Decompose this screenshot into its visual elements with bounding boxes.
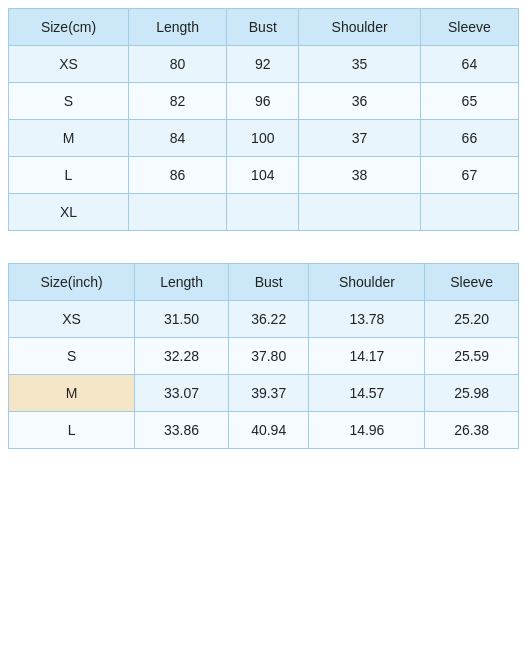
table-cell: 67: [420, 157, 518, 194]
table-cell: L: [9, 157, 129, 194]
cm-col-bust: Bust: [227, 9, 299, 46]
cm-col-shoulder: Shoulder: [299, 9, 420, 46]
table-row: XL: [9, 194, 519, 231]
cm-header-row: Size(cm) Length Bust Shoulder Sleeve: [9, 9, 519, 46]
table-cell: 37: [299, 120, 420, 157]
inch-col-size: Size(inch): [9, 264, 135, 301]
table-cell: [299, 194, 420, 231]
table-cell: 25.59: [425, 338, 519, 375]
table-cell: 13.78: [309, 301, 425, 338]
table-cell: 37.80: [228, 338, 309, 375]
table-cell: XS: [9, 301, 135, 338]
table-cell: 39.37: [228, 375, 309, 412]
table-cell: 25.98: [425, 375, 519, 412]
table-row: L33.8640.9414.9626.38: [9, 412, 519, 449]
inch-col-sleeve: Sleeve: [425, 264, 519, 301]
table-row: M33.0739.3714.5725.98: [9, 375, 519, 412]
table-cell: 14.57: [309, 375, 425, 412]
table-cell: XL: [9, 194, 129, 231]
inch-col-length: Length: [135, 264, 229, 301]
table-row: XS80923564: [9, 46, 519, 83]
inch-header-row: Size(inch) Length Bust Shoulder Sleeve: [9, 264, 519, 301]
table-cell: L: [9, 412, 135, 449]
table-cell: 92: [227, 46, 299, 83]
inch-col-bust: Bust: [228, 264, 309, 301]
cm-col-size: Size(cm): [9, 9, 129, 46]
table-row: M841003766: [9, 120, 519, 157]
table-cell: 100: [227, 120, 299, 157]
table-cell: M: [9, 120, 129, 157]
table-cell: XS: [9, 46, 129, 83]
table-cell: 65: [420, 83, 518, 120]
cm-col-length: Length: [129, 9, 227, 46]
table-spacer: [8, 247, 519, 263]
cm-table-wrapper: Size(cm) Length Bust Shoulder Sleeve XS8…: [8, 8, 519, 231]
table-cell: 32.28: [135, 338, 229, 375]
table-cell: 96: [227, 83, 299, 120]
table-row: L861043867: [9, 157, 519, 194]
table-cell: 80: [129, 46, 227, 83]
table-cell: 104: [227, 157, 299, 194]
table-row: S32.2837.8014.1725.59: [9, 338, 519, 375]
table-cell: [420, 194, 518, 231]
cm-col-sleeve: Sleeve: [420, 9, 518, 46]
table-cell: 36: [299, 83, 420, 120]
table-cell: 33.86: [135, 412, 229, 449]
table-cell: [129, 194, 227, 231]
table-cell: 25.20: [425, 301, 519, 338]
table-cell: 14.96: [309, 412, 425, 449]
table-cell: 84: [129, 120, 227, 157]
table-cell: S: [9, 338, 135, 375]
table-cell: 66: [420, 120, 518, 157]
table-cell: 36.22: [228, 301, 309, 338]
table-cell: 35: [299, 46, 420, 83]
table-cell: 64: [420, 46, 518, 83]
table-cell: 40.94: [228, 412, 309, 449]
table-cell: 38: [299, 157, 420, 194]
table-cell: 26.38: [425, 412, 519, 449]
table-row: S82963665: [9, 83, 519, 120]
inch-table-wrapper: Size(inch) Length Bust Shoulder Sleeve X…: [8, 263, 519, 449]
table-cell: 86: [129, 157, 227, 194]
table-cell: M: [9, 375, 135, 412]
inch-size-table: Size(inch) Length Bust Shoulder Sleeve X…: [8, 263, 519, 449]
table-row: XS31.5036.2213.7825.20: [9, 301, 519, 338]
table-cell: 82: [129, 83, 227, 120]
table-cell: 31.50: [135, 301, 229, 338]
table-cell: [227, 194, 299, 231]
table-cell: S: [9, 83, 129, 120]
table-cell: 14.17: [309, 338, 425, 375]
table-cell: 33.07: [135, 375, 229, 412]
inch-col-shoulder: Shoulder: [309, 264, 425, 301]
cm-size-table: Size(cm) Length Bust Shoulder Sleeve XS8…: [8, 8, 519, 231]
